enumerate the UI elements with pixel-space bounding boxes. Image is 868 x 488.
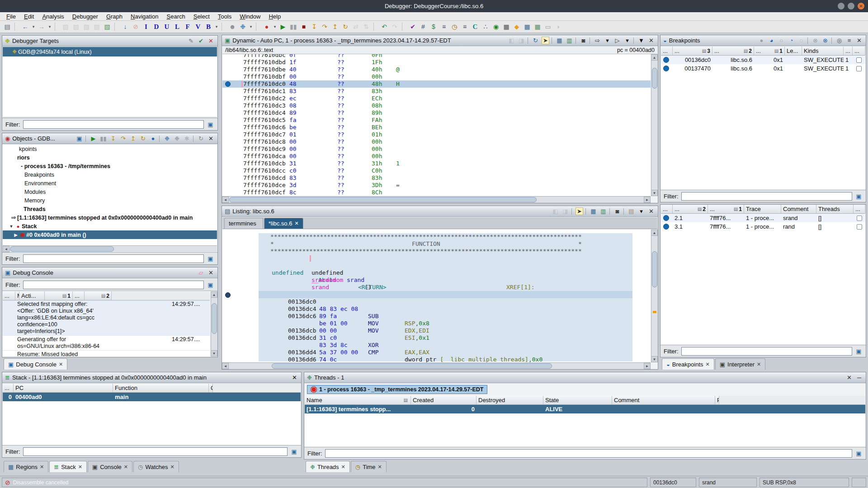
filter-options-icon[interactable]: ▣	[207, 281, 214, 289]
breakpoint-row[interactable]: 00137470 libc.so.6 0x1 SW_EXECUTE 1	[661, 64, 865, 73]
menu-item[interactable]: Tools	[214, 13, 235, 20]
diff-icon[interactable]: ▥	[566, 37, 573, 44]
bug-add-icon[interactable]: ❉	[173, 135, 181, 142]
tree-icon[interactable]: ∴	[481, 22, 490, 31]
label-row[interactable]: __srandom XREF[1]: Entry Point(*)	[259, 269, 632, 277]
column-header[interactable]: Created	[411, 396, 476, 404]
instruction-row[interactable]: 00 00	[259, 313, 632, 320]
instruction-row[interactable]: 00136dc4 89 fa MOV EDX,EDI	[259, 298, 632, 305]
column-header[interactable]: ...	[844, 47, 853, 55]
separator[interactable]	[552, 38, 553, 44]
dynamic-vscrollbar[interactable]: ▲ ▼	[651, 54, 658, 196]
menu-triangle-icon[interactable]: ▼	[637, 37, 645, 44]
copy-special-icon[interactable]: ▧	[92, 22, 101, 31]
close-icon[interactable]: ✕	[757, 361, 761, 367]
snapshot-icon[interactable]: ◙	[613, 207, 621, 215]
right-tab[interactable]: ▣ Interpreter ✕	[715, 358, 766, 370]
column-header[interactable]: Plot	[715, 396, 719, 404]
tree-item[interactable]: Modules	[3, 188, 217, 196]
filter-options-icon[interactable]: ▣	[855, 450, 863, 457]
menu-item[interactable]: Analysis	[38, 13, 67, 20]
close-icon[interactable]: ✕	[124, 464, 128, 470]
title-bar[interactable]: Debugger: DebuggerCourse:/libc.so.6 ✕	[0, 0, 868, 12]
instruction-row[interactable]: 5a 37 00 00	[259, 334, 632, 342]
close-icon[interactable]: ✕	[647, 37, 655, 44]
forward-caret-icon[interactable]: ▾	[47, 22, 52, 31]
eraser-icon[interactable]: ▱	[197, 269, 205, 277]
hex-row[interactable]: 7ffff7610dc0 48 ?? 48h H	[222, 80, 651, 88]
close-icon[interactable]: ✕	[291, 374, 298, 381]
copy-icon[interactable]: ◧	[508, 37, 515, 44]
trace-tab[interactable]: 1 - process 16363 - _tmp_termmines 2023.…	[307, 385, 487, 394]
breakpoint-marker-icon[interactable]	[225, 81, 231, 87]
list2-icon[interactable]: ≡	[460, 22, 469, 31]
gear-icon[interactable]: ✱	[183, 135, 191, 142]
column-header[interactable]: ...	[661, 47, 673, 55]
column-header[interactable]: Comment	[781, 205, 816, 213]
column-header[interactable]: Le...	[785, 47, 802, 55]
record-icon[interactable]: ●	[262, 22, 271, 31]
hex-row[interactable]: 7ffff7610dc4 89 ?? 89h	[222, 109, 651, 117]
data-void-icon[interactable]: V	[193, 22, 203, 31]
paste-icon[interactable]: ◨	[561, 207, 569, 215]
hex-byte[interactable]: 3d	[289, 182, 297, 189]
filter-options-icon[interactable]: ▣	[855, 347, 863, 355]
close-icon[interactable]: ✕	[78, 464, 82, 470]
data-int-icon[interactable]: I	[142, 22, 151, 31]
hex-byte[interactable]: 08	[289, 102, 297, 109]
listing-tab[interactable]: termmines	[224, 218, 263, 229]
debugger-targets-header[interactable]: ❉ Debugger Targets ✎✔✕	[2, 36, 217, 47]
column-header[interactable]: Trace	[744, 205, 781, 213]
memory-icon[interactable]: ▦	[502, 22, 511, 31]
play-circle-icon[interactable]: ◉	[491, 22, 500, 31]
separator[interactable]	[85, 136, 87, 142]
hex-byte[interactable]: c0	[289, 167, 297, 174]
data-long-icon[interactable]: L	[173, 22, 182, 31]
hex-byte[interactable]: ec	[289, 95, 297, 102]
column-header[interactable]: Threads	[816, 205, 854, 213]
hex-byte[interactable]: 01	[289, 131, 297, 138]
instruction-row[interactable]: 00136dc0 48 83 ec 08 SUB RSP,0x8	[259, 291, 632, 298]
column-header[interactable]: ...	[853, 47, 865, 55]
close-icon[interactable]: ✕	[207, 269, 215, 277]
skip-back-icon[interactable]: ⇄	[351, 22, 360, 31]
column-header[interactable]: Destroyed	[476, 396, 543, 404]
maximize-icon[interactable]	[848, 3, 854, 9]
currency-icon[interactable]: $	[429, 22, 438, 31]
disable-all-icon[interactable]: ○	[778, 37, 785, 44]
step-over-icon[interactable]: ↷	[320, 22, 329, 31]
close-icon[interactable]: ✕	[845, 374, 853, 381]
hex-row[interactable]: 7ffff7610dce 3d ?? 3Dh =	[222, 182, 651, 189]
menu-item[interactable]: Help	[265, 13, 284, 20]
objects-filter-input[interactable]	[23, 254, 204, 263]
column-header[interactable]: 1	[45, 291, 73, 300]
breakpoints-filter-input[interactable]	[681, 192, 853, 201]
menu-item[interactable]: Graph	[103, 13, 126, 20]
tree-item[interactable]: Breakpoints	[3, 170, 217, 179]
hex-row[interactable]: 7ffff7610dc1 83 ?? 83h	[222, 88, 651, 95]
track-cursor-icon[interactable]: ➤	[542, 37, 549, 44]
tree-item[interactable]: [1.1:16363] termmines stopped at 0x0x000…	[3, 213, 217, 222]
label-row[interactable]: srandom	[259, 277, 632, 284]
filter-options-icon[interactable]: ▣	[207, 255, 214, 263]
instruction-row[interactable]: 00136dcb 31 c0 XOR EAX,EAX	[259, 320, 632, 327]
menu-item[interactable]: Window	[236, 13, 264, 20]
table-icon[interactable]: ▦	[590, 207, 597, 215]
book-icon[interactable]: ▤	[627, 207, 635, 215]
separator[interactable]	[807, 38, 809, 44]
bottom-tab[interactable]: ≣ Stack ✕	[49, 461, 87, 472]
hex-row[interactable]: 7ffff7610dbd 1f ?? 1Fh	[222, 59, 651, 66]
debug-bug-icon[interactable]: ❉	[238, 22, 247, 31]
close-icon[interactable]: ✕	[207, 135, 215, 142]
objects-header[interactable]: ◉ Objects - GDB... ▣▶▮▮↧↷↥↻●❉❉✱↻✕	[2, 133, 217, 144]
column-header[interactable]: ...1	[754, 47, 785, 55]
data-float-icon[interactable]: F	[183, 22, 192, 31]
step-out-icon[interactable]: ↥	[129, 135, 137, 142]
separator[interactable]	[222, 23, 225, 31]
instruction-row[interactable]: 00136dcd 83 3d 8c CMP dword ptr [__libc_…	[259, 327, 632, 334]
column-header[interactable]: 2	[85, 291, 112, 300]
clear-code-icon[interactable]: ⊘	[131, 22, 140, 31]
instruction-row[interactable]: 00136dd7 0f b1 35 CMPXCHG dword ptr [loc…	[259, 356, 632, 362]
close-icon[interactable]: ✕	[341, 464, 345, 470]
goto-icon[interactable]: ⇨	[594, 37, 601, 44]
